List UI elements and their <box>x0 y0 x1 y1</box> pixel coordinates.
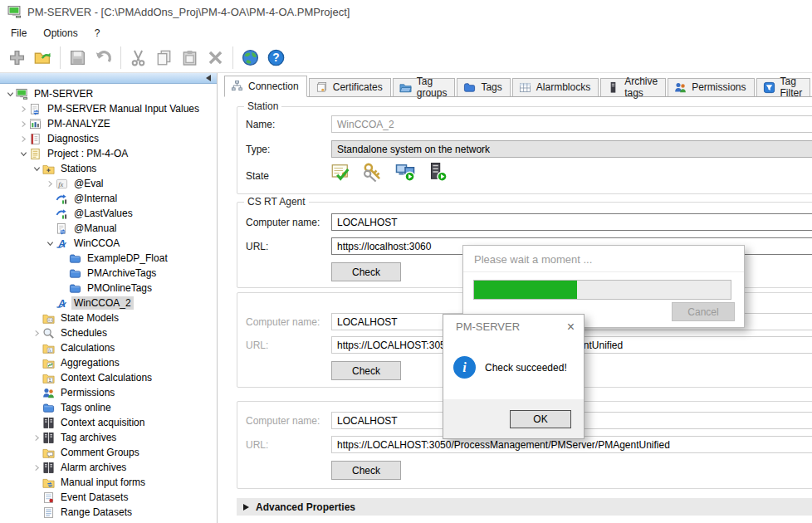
tree-item-pm-server-manual-input-values[interactable]: PM-SERVER Manual Input Values <box>0 101 217 116</box>
tree-collapse-bar[interactable] <box>0 73 217 84</box>
tree-item-stations[interactable]: Stations <box>0 161 217 176</box>
tree-item-label: @Eval <box>71 177 106 190</box>
chevron-right-icon[interactable] <box>31 434 42 442</box>
wait-progress-fill <box>474 281 577 299</box>
winccoa-icon: A <box>56 297 71 310</box>
tree-item-tag-archives[interactable]: Tag archives <box>0 430 217 445</box>
tree-item-state-models[interactable]: State Models <box>0 310 217 325</box>
toolbar-help-button[interactable]: ? <box>263 46 289 71</box>
ok-button[interactable]: OK <box>510 410 571 428</box>
tree-item-alarm-archives[interactable]: Alarm archives <box>0 460 217 475</box>
toolbar-cut-button[interactable] <box>125 46 151 71</box>
stations-folder-icon <box>42 163 57 175</box>
tree-item-winccoa-2[interactable]: AWinCCOA_2 <box>0 296 217 310</box>
tree-item-aggregations[interactable]: Aggregations <box>0 355 217 370</box>
tree-item-label: WinCCOA_2 <box>71 296 134 310</box>
tag-groups-icon <box>399 81 412 94</box>
toolbar-copy-button[interactable] <box>151 46 177 71</box>
project-tree: PM-SERVERPM-SERVER Manual Input ValuesPM… <box>0 84 217 520</box>
tree-item-pm-server[interactable]: PM-SERVER <box>0 86 217 101</box>
tab-alarmblocks[interactable]: Alarmblocks <box>512 78 599 96</box>
toolbar-separator <box>120 46 121 69</box>
tree-item-manual-input-forms[interactable]: Manual input forms <box>0 475 217 490</box>
tree-item-range-datasets[interactable]: Range Datasets <box>0 505 217 520</box>
tree-item-pm-analyze[interactable]: PM-ANALYZE <box>0 116 217 131</box>
csrt-check-button[interactable]: Check <box>331 262 401 281</box>
tree-item-pmarchivetags[interactable]: PMArchiveTags <box>0 266 217 281</box>
tree-item-project-pm-4-oa[interactable]: Project : PM-4-OA <box>0 146 217 161</box>
tree-item-winccoa[interactable]: AWinCCOA <box>0 236 217 251</box>
cancel-button[interactable]: Cancel <box>672 302 735 321</box>
tree-item-pmonlinetags[interactable]: PMOnlineTags <box>0 281 217 296</box>
pm-server-icon <box>16 88 31 100</box>
tag-filter-icon <box>763 81 775 94</box>
agent3-url-value: https://LOCALHOST:3050/ProcessManagement… <box>337 439 670 451</box>
toolbar-delete-button[interactable] <box>203 46 228 71</box>
tab-connection[interactable]: Connection <box>224 76 307 97</box>
chevron-right-icon[interactable] <box>17 120 29 128</box>
agent3-check-button[interactable]: Check <box>331 461 401 480</box>
csrt-computer-label: Computer name: <box>246 217 320 228</box>
tab-tag-groups[interactable]: Tag groups <box>393 78 456 96</box>
tree-item-permissions[interactable]: Permissions <box>0 385 217 400</box>
menu-[interactable]: ? <box>86 25 109 42</box>
archive-icon <box>42 462 57 474</box>
tree-item-internal[interactable]: @Internal <box>0 191 217 206</box>
tab-archive-tags[interactable]: Archive tags <box>600 78 666 96</box>
folder-calc-icon: fx <box>42 342 57 354</box>
chevron-down-icon[interactable] <box>44 240 56 247</box>
chevron-right-icon[interactable] <box>17 135 29 143</box>
chevron-down-icon[interactable] <box>31 165 42 173</box>
tree-item-comment-groups[interactable]: Comment Groups <box>0 445 217 460</box>
tree-item-manual[interactable]: @Manual <box>0 221 217 236</box>
agent3-computer-value: LOCALHOST <box>337 415 398 427</box>
tree-item-label: PM-ANALYZE <box>45 117 113 130</box>
csrt-computer-input[interactable]: LOCALHOST <box>331 213 812 231</box>
tree-item-calculations[interactable]: fxCalculations <box>0 340 217 355</box>
toolbar-add-button[interactable] <box>4 46 30 71</box>
toolbar-open-project-button[interactable] <box>30 46 56 71</box>
tree-item-event-datasets[interactable]: Event Datasets <box>0 490 217 505</box>
tree-item-context-acquisition[interactable]: Context acquisition <box>0 415 217 430</box>
station-name-input[interactable]: WinCCOA_2 <box>331 115 812 133</box>
computer-run-icon[interactable] <box>395 162 415 184</box>
toolbar-undo-button[interactable] <box>90 46 116 71</box>
tree-item-label: Tags online <box>58 401 114 414</box>
toolbar-web-button[interactable] <box>237 46 263 71</box>
advanced-properties-bar[interactable]: Advanced Properties <box>237 498 812 516</box>
tree-item-diagnostics[interactable]: Diagnostics <box>0 131 217 146</box>
toolbar-save-button[interactable] <box>65 46 90 71</box>
folder-state-icon <box>42 312 57 325</box>
tree-item-eval[interactable]: fx@Eval <box>0 176 217 191</box>
tree-item-context-calculations[interactable]: ΣContext Calculations <box>0 370 217 385</box>
chevron-down-icon[interactable] <box>17 150 29 158</box>
chevron-down-icon[interactable] <box>4 90 16 98</box>
tree-item-label: Alarm archives <box>58 461 129 474</box>
tab-tags[interactable]: Tags <box>457 78 510 96</box>
agent2-check-button[interactable]: Check <box>331 361 401 380</box>
tree-item-label: WinCCOA <box>71 237 122 250</box>
keys-icon[interactable] <box>363 162 383 184</box>
chevron-right-icon[interactable] <box>17 105 29 113</box>
chevron-right-icon[interactable] <box>31 330 42 337</box>
chevron-right-icon[interactable] <box>44 180 56 188</box>
menu-options[interactable]: Options <box>35 25 86 42</box>
tree-item-exampledp-float[interactable]: ExampleDP_Float <box>0 251 217 266</box>
tree-item-label: @Internal <box>71 192 120 205</box>
certificate-check-icon[interactable] <box>330 162 350 184</box>
menu-file[interactable]: File <box>2 25 35 42</box>
tree-item-tags-online[interactable]: Tags online <box>0 400 217 415</box>
tree-item-lastvalues[interactable]: @LastValues <box>0 206 217 221</box>
server-run-icon[interactable] <box>428 162 448 184</box>
tab-permissions[interactable]: Permissions <box>668 78 754 96</box>
close-icon[interactable]: × <box>567 322 575 332</box>
tree-item-schedules[interactable]: Schedules <box>0 325 217 340</box>
tree-item-label: Stations <box>58 162 99 175</box>
chevron-right-icon[interactable] <box>31 464 42 472</box>
tab-tag-filter[interactable]: Tag Filter <box>756 78 811 96</box>
winccoa-icon: A <box>56 237 71 250</box>
tab-certificates[interactable]: Certificates <box>309 78 391 96</box>
folder-blue-icon <box>69 267 84 280</box>
toolbar-paste-button[interactable] <box>177 46 203 71</box>
tab-label: Tag groups <box>417 76 448 99</box>
